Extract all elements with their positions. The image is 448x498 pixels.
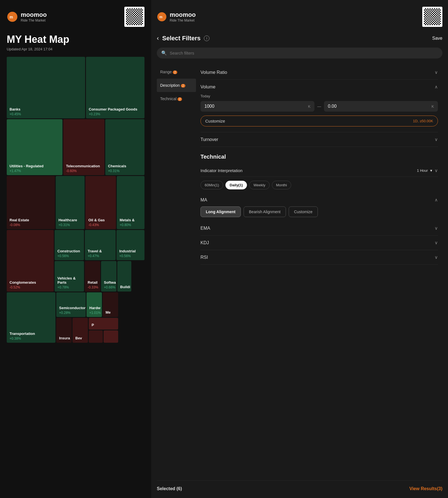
right-logo-left: m moomoo Ride The Market <box>157 11 196 22</box>
hm-cell-building[interactable]: Buildi <box>117 261 131 292</box>
left-logo-left: m moomoo Ride The Market <box>7 11 47 22</box>
filter-header-left: ‹ Select Filters i <box>157 35 209 42</box>
filter-header: ‹ Select Filters i Save <box>157 35 442 42</box>
hm-cell-software[interactable]: Softwa +0.66% <box>101 261 116 292</box>
filter-cat-description[interactable]: Description2 <box>157 79 196 92</box>
filter-cat-range[interactable]: Range2 <box>157 65 196 79</box>
customize-button[interactable]: Customize 1D, ≥50.00K <box>200 116 438 126</box>
hm-cell-retail[interactable]: Retail -0.33% <box>85 261 100 292</box>
right-moomoo-logo-icon: m <box>157 12 167 22</box>
rsi-label: RSI <box>200 255 208 260</box>
hm-cell-transport[interactable]: Transportation +0.38% <box>7 292 55 343</box>
customize-label: Customize <box>205 119 225 123</box>
hm-cell-insurance[interactable]: Insura <box>56 318 72 343</box>
right-qr-code <box>422 7 442 27</box>
range-from-value: 1000 <box>204 104 214 109</box>
heatmap-row-3: Conglomerates -0.52% Construction +0.56%… <box>7 230 144 292</box>
range-to-value: 0.00 <box>328 104 337 109</box>
left-logo-area: m moomoo Ride The Market <box>7 7 144 27</box>
range-from-unit: K <box>308 104 311 109</box>
filter-categories: Range2 Description2 Technical2 <box>157 65 196 480</box>
svg-text:m: m <box>159 15 162 19</box>
ma-options: Long Alignment Bearish Alignment Customi… <box>200 206 438 217</box>
hm-cell-bev[interactable]: Bev <box>73 318 88 343</box>
hm-cell-me[interactable]: Me <box>103 292 118 317</box>
hm-cell-hardware[interactable]: Hardw +1.01% <box>87 292 102 317</box>
kdj-chevron: ∨ <box>435 240 438 245</box>
tab-60min[interactable]: 60Min(1) <box>200 181 223 189</box>
tab-weekly[interactable]: Weekly <box>249 181 269 189</box>
hm-cell-small1[interactable] <box>89 330 103 343</box>
hm-cell-small2[interactable] <box>104 330 118 343</box>
ma-bearish-alignment[interactable]: Bearish Alignment <box>244 206 286 217</box>
ema-row[interactable]: EMA ∨ <box>200 221 438 236</box>
hm-cell-banks[interactable]: Banks +0.45% <box>7 57 85 118</box>
time-tabs: 60Min(1) Daily(1) Weekly Monthi <box>200 177 438 193</box>
hm-cell-metals[interactable]: Metals & +0.80% <box>117 176 144 229</box>
hm-cell-industrial[interactable]: Industrial +0.56% <box>116 230 144 260</box>
ma-section: MA ∧ Long Alignment Bearish Alignment Cu… <box>200 193 438 221</box>
info-icon[interactable]: i <box>204 36 209 41</box>
hm-cell-p[interactable]: P <box>89 318 118 330</box>
range-to[interactable]: 0.00 K <box>324 101 438 112</box>
volume-chevron: ∧ <box>435 84 438 90</box>
ma-customize[interactable]: Customize <box>289 206 318 217</box>
range-dash: — <box>317 104 321 109</box>
hm-cell-consumer[interactable]: Consumer Packaged Goods +0.23% <box>86 57 144 118</box>
hm-cell-oilgas[interactable]: Oil & Gas -0.43% <box>85 176 116 229</box>
save-button[interactable]: Save <box>432 36 442 41</box>
indicator-row[interactable]: Indicator Interpretation 1 Hour ▼ ∨ <box>200 165 438 177</box>
range-inputs: 1000 K — 0.00 K <box>200 101 438 112</box>
right-logo-area: m moomoo Ride The Market <box>157 7 442 27</box>
volume-ratio-label: Volume Ratio <box>200 70 227 75</box>
hm-cell-construction[interactable]: Construction +0.56% <box>55 230 84 260</box>
left-logo-tagline: Ride The Market <box>21 18 47 22</box>
indicator-chevron: ∨ <box>435 168 438 173</box>
heatmap: Banks +0.45% Consumer Packaged Goods +0.… <box>7 57 144 476</box>
volume-label: Volume <box>200 84 215 90</box>
hm-cell-travel[interactable]: Travel & +0.47% <box>85 230 116 260</box>
heatmap-row-5: Transportation +0.38% Semiconductors +0.… <box>7 292 144 343</box>
heatmap-row-1: Utilities - Regulated +1.47% Telecommuni… <box>7 119 144 175</box>
rsi-row[interactable]: RSI ∨ <box>200 250 438 265</box>
hm-cell-healthcare[interactable]: Healthcare +0.31% <box>56 176 85 229</box>
volume-header-row[interactable]: Volume ∧ <box>200 80 438 91</box>
left-logo-name: moomoo <box>21 11 47 18</box>
customize-value: 1D, ≥50.00K <box>413 119 433 123</box>
ma-long-alignment[interactable]: Long Alignment <box>200 206 241 217</box>
kdj-row[interactable]: KDJ ∨ <box>200 236 438 250</box>
volume-ratio-chevron: ∨ <box>435 70 438 75</box>
hour-tag: 1 Hour <box>417 168 428 173</box>
ma-header[interactable]: MA ∧ <box>200 197 438 203</box>
back-button[interactable]: ‹ <box>157 35 159 42</box>
hm-cell-vehicles[interactable]: Vehicles & Parts +0.78% <box>55 261 84 292</box>
tab-daily[interactable]: Daily(1) <box>225 181 247 189</box>
left-qr-code <box>124 7 144 27</box>
hm-cell-conglomerates[interactable]: Conglomerates -0.52% <box>7 230 54 292</box>
volume-ratio-row[interactable]: Volume Ratio ∨ <box>200 65 438 80</box>
hm-cell-telecom[interactable]: Telecommunication -0.60% <box>63 119 104 175</box>
filter-layout: Range2 Description2 Technical2 Volume Ra… <box>157 65 442 480</box>
right-logo-name: moomoo <box>170 11 196 18</box>
search-bar: 🔍 <box>157 48 442 58</box>
rsi-chevron: ∨ <box>435 255 438 260</box>
technical-heading: Technical <box>200 154 438 160</box>
turnover-row[interactable]: Turnover ∨ <box>200 132 438 147</box>
ema-chevron: ∨ <box>435 225 438 231</box>
hm-cell-utilities[interactable]: Utilities - Regulated +1.47% <box>7 119 62 175</box>
filter-cat-technical[interactable]: Technical2 <box>157 92 196 105</box>
today-label: Today <box>200 94 438 98</box>
left-panel: m moomoo Ride The Market MY Heat Map Upd… <box>0 0 151 498</box>
range-from[interactable]: 1000 K <box>200 101 314 112</box>
right-panel: m moomoo Ride The Market ‹ Select Filter… <box>151 0 448 498</box>
indicator-label: Indicator Interpretation <box>200 168 242 173</box>
left-logo-text: moomoo Ride The Market <box>21 11 47 22</box>
view-results-button[interactable]: View Results(3) <box>409 486 442 491</box>
hm-cell-realestate[interactable]: Real Estate -0.08% <box>7 176 55 229</box>
hm-cell-chemicals[interactable]: Chemicals +0.31% <box>105 119 144 175</box>
ema-label: EMA <box>200 226 210 231</box>
search-input[interactable] <box>170 51 438 55</box>
page-title: MY Heat Map <box>7 34 144 45</box>
hm-cell-semiconductors[interactable]: Semiconductors +0.28% <box>56 292 86 317</box>
tab-monthly[interactable]: Monthi <box>272 181 291 189</box>
